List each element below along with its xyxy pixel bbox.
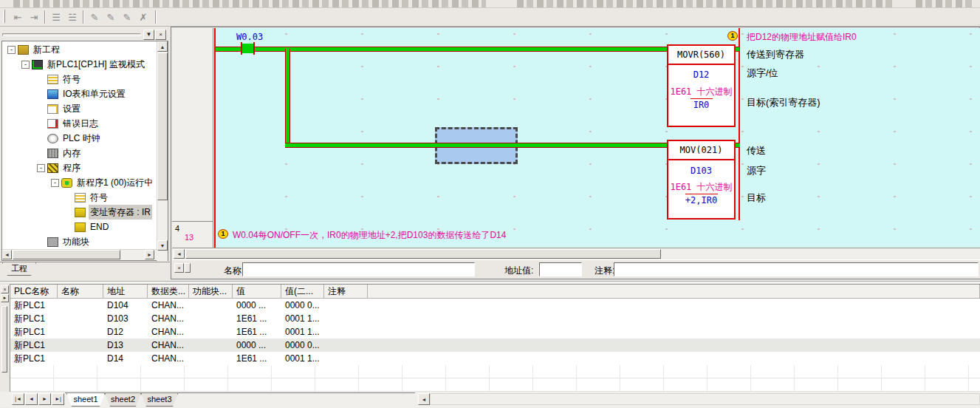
instruction-block-movr[interactable]: MOVR(560) D12 1E61 十六进制 IR0: [667, 44, 736, 127]
watch-row[interactable]: 新PLC1 D103 CHAN... 1E61 ... 0001 1...: [10, 312, 980, 325]
next-sheet-icon[interactable]: ►: [38, 393, 51, 405]
contact-energized[interactable]: [242, 44, 253, 53]
cell-comment[interactable]: [324, 352, 368, 365]
tree-item-memory[interactable]: 内存: [3, 146, 157, 160]
tab-project[interactable]: 工程: [2, 262, 36, 276]
scroll-thumb[interactable]: [157, 52, 168, 200]
tree-item-plc-clock[interactable]: PLC 时钟: [3, 131, 157, 146]
indent-rung-icon[interactable]: ⇤: [10, 10, 25, 24]
collapse-icon[interactable]: -: [21, 61, 30, 69]
outdent-rung-icon[interactable]: ⇥: [27, 10, 41, 24]
tree-item-function-blocks[interactable]: 功能块: [3, 234, 157, 249]
tab-sheet1[interactable]: sheet1: [66, 393, 105, 407]
cell-address[interactable]: D12: [103, 325, 148, 339]
tree-item-settings[interactable]: 设置: [3, 101, 157, 116]
cell-comment[interactable]: [324, 339, 368, 352]
scroll-up-icon[interactable]: ▲: [157, 41, 168, 52]
close-panel-button[interactable]: ×: [155, 30, 166, 40]
cell-value[interactable]: 0000 ...: [233, 339, 281, 352]
toolbar-icon-strip[interactable]: [916, 0, 975, 7]
cell-plc-name[interactable]: 新PLC1: [10, 352, 58, 365]
comment-input[interactable]: [614, 262, 979, 276]
cell-data-type[interactable]: CHAN...: [148, 339, 189, 352]
tree-item-io-table[interactable]: IO表和单元设置: [3, 86, 157, 101]
tab-sheet2[interactable]: sheet2: [105, 393, 141, 407]
cell-fb[interactable]: [189, 299, 233, 312]
column-header[interactable]: 值(二...: [281, 285, 324, 299]
cell-value[interactable]: 0000 ...: [233, 299, 281, 312]
cell-data-type[interactable]: CHAN...: [148, 299, 189, 312]
tree-item-program-symbols[interactable]: 符号: [3, 190, 157, 205]
cell-name[interactable]: [58, 299, 103, 312]
force-cancel-icon[interactable]: ✗: [136, 10, 151, 24]
cell-plc-name[interactable]: 新PLC1: [10, 299, 58, 312]
collapse-icon[interactable]: -: [51, 179, 59, 187]
cell-value[interactable]: 1E61 ...: [233, 325, 281, 339]
cell-value-binary[interactable]: 0000 0...: [281, 299, 324, 312]
tree-item-programs[interactable]: - 程序: [3, 160, 157, 175]
scroll-left-icon[interactable]: ◄: [174, 249, 185, 259]
name-input[interactable]: [242, 262, 475, 276]
watch-row[interactable]: 新PLC1 D14 CHAN... 1E61 ... 0001 1...: [10, 352, 980, 365]
tree-horizontal-scrollbar[interactable]: ◄ ►: [2, 249, 157, 260]
cell-name[interactable]: [58, 352, 103, 365]
rung-comment[interactable]: 把D12的物理地址赋值给IR0: [747, 31, 857, 44]
instruction-block-mov[interactable]: MOV(021) D103 1E61 十六进制 +2,IR0: [667, 140, 736, 220]
hide-rung-comment-icon[interactable]: ☱: [65, 10, 80, 24]
scroll-left-icon[interactable]: ◄: [418, 393, 430, 405]
scroll-thumb[interactable]: [13, 250, 120, 259]
toolbar-icon-strip[interactable]: [13, 0, 486, 7]
column-header[interactable]: 功能块...: [189, 285, 233, 299]
close-watch-button[interactable]: ×: [1, 285, 9, 293]
tree-item-error-log[interactable]: 错误日志: [3, 116, 157, 131]
rung-margin-next[interactable]: 4 13: [172, 222, 213, 248]
cell-value-binary[interactable]: 0001 1...: [281, 312, 324, 325]
cell-value-binary[interactable]: 0001 1...: [281, 325, 324, 339]
cell-value-binary[interactable]: 0001 1...: [281, 352, 324, 365]
tree-item-symbols[interactable]: 符号: [3, 72, 157, 86]
cell-value-binary[interactable]: 0000 0...: [281, 339, 324, 352]
cell-address[interactable]: D103: [103, 312, 148, 325]
next-rung-comment[interactable]: W0.04每ON/OFF一次，IR0的物理地址+2,把D103的数据传送给了D1…: [233, 229, 506, 242]
cell-data-type[interactable]: CHAN...: [148, 352, 189, 365]
toolbar-grip[interactable]: [3, 10, 5, 23]
panel-drag-handle[interactable]: [2, 33, 141, 36]
instruction-operand[interactable]: D12: [668, 69, 734, 80]
cell-name[interactable]: [58, 325, 103, 339]
instruction-destination[interactable]: +2,IR0: [668, 195, 734, 205]
tree-item-plc[interactable]: - 新PLC1[CP1H] 监视模式: [3, 57, 157, 72]
close-symbol-bar-button[interactable]: ×: [174, 263, 184, 273]
watch-row[interactable]: 新PLC1 D12 CHAN... 1E61 ... 0001 1...: [10, 325, 980, 339]
instruction-operand[interactable]: D103: [668, 166, 734, 176]
cell-comment[interactable]: [324, 325, 368, 339]
cell-value[interactable]: 1E61 ...: [233, 352, 281, 365]
watch-edge-grip[interactable]: [1, 306, 7, 373]
pin-dropdown-button[interactable]: ▼: [143, 30, 154, 40]
ladder-canvas[interactable]: W0.03 MOVR(560) D12 1E61 十六进制 IR0 MOV(02…: [213, 28, 980, 248]
cell-address[interactable]: D14: [103, 352, 148, 365]
show-rung-comment-icon[interactable]: ☰: [49, 10, 64, 24]
toolbar-icon-strip[interactable]: [517, 0, 894, 7]
column-header[interactable]: 值: [233, 285, 281, 299]
tree-item-end[interactable]: END: [3, 220, 157, 234]
scroll-down-icon[interactable]: ▼: [157, 240, 168, 251]
symbol-bar-toggle-button[interactable]: [185, 263, 191, 273]
cell-fb[interactable]: [189, 325, 233, 339]
tree-item-index-register[interactable]: 变址寄存器 : IR: [3, 205, 157, 220]
cell-fb[interactable]: [189, 312, 233, 325]
force-toggle-icon[interactable]: ✎: [120, 10, 134, 24]
scroll-thumb[interactable]: [185, 249, 661, 259]
tree-item-program1[interactable]: - 新程序1 (00)运行中: [3, 175, 157, 190]
empty-grid-area[interactable]: [10, 365, 980, 392]
cell-fb[interactable]: [189, 352, 233, 365]
cell-name[interactable]: [58, 312, 103, 325]
tree-vertical-scrollbar[interactable]: ▲ ▼: [157, 41, 168, 262]
cell-plc-name[interactable]: 新PLC1: [10, 339, 58, 352]
column-header[interactable]: 名称: [58, 285, 103, 299]
column-header[interactable]: PLC名称: [10, 285, 58, 299]
collapse-icon[interactable]: -: [7, 46, 16, 54]
cell-comment[interactable]: [324, 312, 368, 325]
watch-row[interactable]: 新PLC1 D104 CHAN... 0000 ... 0000 0...: [10, 299, 980, 312]
first-sheet-icon[interactable]: |◄: [12, 393, 24, 405]
watch-horizontal-scrollbar[interactable]: [430, 393, 980, 405]
